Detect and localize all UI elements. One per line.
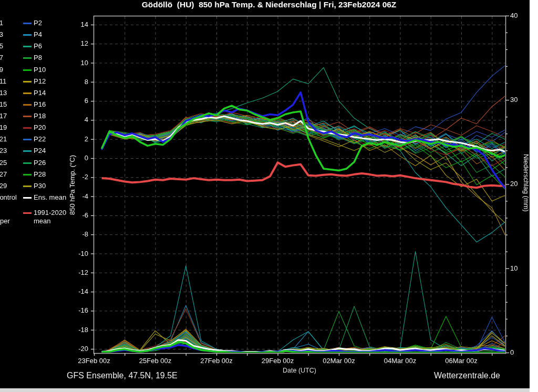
legend-swatch — [23, 92, 32, 94]
y-axis-left-title: 850 hPa Temp. (°C) — [68, 153, 77, 216]
ensemble-forecast-page: Gödöllö (HU) 850 hPa Temp. & Niederschla… — [0, 0, 538, 392]
legend-item-p11: P11 — [0, 77, 6, 86]
legend-item-p27: P27 — [0, 170, 7, 179]
legend-swatch — [23, 46, 32, 47]
x-tick-label: 29Feb 00z — [254, 357, 302, 365]
legend-item-p1: P1 — [0, 19, 3, 27]
legend-swatch — [23, 139, 32, 140]
legend-swatch — [23, 104, 32, 106]
y-left-tick-label: -6 — [66, 211, 88, 220]
legend-label: P2 — [34, 19, 42, 27]
x-tick-label: 02Mar 00z — [315, 357, 363, 365]
x-axis-title: Date (UTC) — [247, 366, 352, 375]
legend-swatch — [23, 69, 32, 71]
legend-swatch — [23, 174, 32, 176]
legend-swatch — [23, 185, 32, 187]
legend-item-p3: P3 — [0, 30, 3, 39]
y-left-tick-label: 8 — [66, 78, 88, 86]
legend-label: P18 — [34, 112, 46, 120]
y-right-tick-label: 40 — [510, 12, 528, 20]
legend-item-p9: P9 — [0, 66, 3, 74]
legend-label: Ens. mean — [34, 193, 66, 202]
y-right-tick-label: 0 — [510, 348, 528, 357]
legend-swatch — [23, 150, 32, 152]
y-left-tick-label: 4 — [66, 116, 88, 124]
legend-label: P22 — [34, 135, 46, 143]
x-tick-label: 27Feb 00z — [193, 357, 240, 365]
legend-swatch — [23, 57, 32, 59]
y-left-tick-label: -10 — [66, 250, 88, 258]
y-left-tick-label: -12 — [66, 269, 88, 277]
legend-label: P4 — [34, 30, 42, 39]
x-tick-label: 23Feb 00z — [70, 357, 118, 365]
legend-item-oper: Oper — [0, 217, 10, 225]
legend-swatch — [23, 127, 32, 129]
y-left-tick-label: 14 — [66, 20, 88, 29]
legend-label: P28 — [34, 170, 46, 179]
y-left-tick-label: -2 — [66, 173, 88, 181]
legend-item-p21: P21 — [0, 135, 7, 143]
legend-label: P16 — [34, 100, 46, 109]
legend-item-p15: P15 — [0, 100, 7, 109]
legend-item-p19: P19 — [0, 123, 7, 132]
y-right-tick-label: 20 — [510, 180, 528, 188]
legend-item-control: Control — [0, 193, 17, 202]
y-left-tick-label: 6 — [66, 97, 88, 105]
legend-label: P30 — [34, 182, 46, 190]
legend-item-p13: P13 — [0, 89, 7, 97]
legend-item-p7: P7 — [0, 54, 3, 62]
legend-item-p5: P5 — [0, 42, 3, 50]
y-left-tick-label: 0 — [66, 154, 88, 162]
x-tick-label: 25Feb 00z — [132, 357, 179, 365]
y-left-tick-label: -14 — [66, 287, 88, 296]
legend-item-p25: P25 — [0, 159, 7, 167]
y-left-tick-label: -16 — [66, 306, 88, 315]
legend-label: P6 — [34, 42, 42, 50]
model-info-text: GFS Ensemble, 47.5N, 19.5E — [67, 372, 178, 380]
y-left-tick-label: 10 — [66, 59, 88, 67]
legend-swatch — [23, 162, 32, 164]
legend-swatch — [23, 116, 32, 117]
y-left-tick-label: -4 — [66, 192, 88, 201]
legend-item-p29: P29 — [0, 182, 7, 190]
x-tick-label: 06Mar 00z — [438, 357, 485, 365]
y-right-tick-label: 30 — [510, 96, 528, 104]
legend-item-p23: P23 — [0, 147, 7, 155]
legend-label: P14 — [34, 89, 46, 97]
chart-title: Gödöllö (HU) 850 hPa Temp. & Niederschla… — [0, 1, 538, 9]
y-left-tick-label: 2 — [66, 135, 88, 143]
legend-label: 1991-2020 mean — [34, 209, 66, 225]
y-left-tick-label: 12 — [66, 39, 88, 48]
x-tick-label: 04Mar 00z — [377, 357, 424, 365]
legend-label: P24 — [34, 147, 46, 155]
legend-swatch — [23, 212, 32, 214]
legend-label: P12 — [34, 77, 46, 86]
y-right-tick-label: 10 — [510, 264, 528, 273]
legend-label: P8 — [34, 54, 42, 62]
legend-label: P20 — [34, 123, 46, 132]
y-left-tick-label: -18 — [66, 326, 88, 334]
legend-label: P10 — [34, 66, 46, 74]
right-page-background — [530, 0, 538, 392]
y-left-tick-label: -8 — [66, 230, 88, 239]
horizontal-scrollbar-track[interactable] — [0, 388, 538, 392]
legend-swatch — [23, 81, 32, 82]
legend-swatch — [23, 197, 32, 199]
watermark-text: Wetterzentrale.de — [368, 372, 500, 380]
legend-swatch — [23, 23, 32, 24]
legend-swatch — [23, 34, 32, 36]
legend-label: P26 — [34, 159, 46, 167]
legend-item-p17: P17 — [0, 112, 7, 120]
y-left-tick-label: -20 — [66, 345, 88, 353]
